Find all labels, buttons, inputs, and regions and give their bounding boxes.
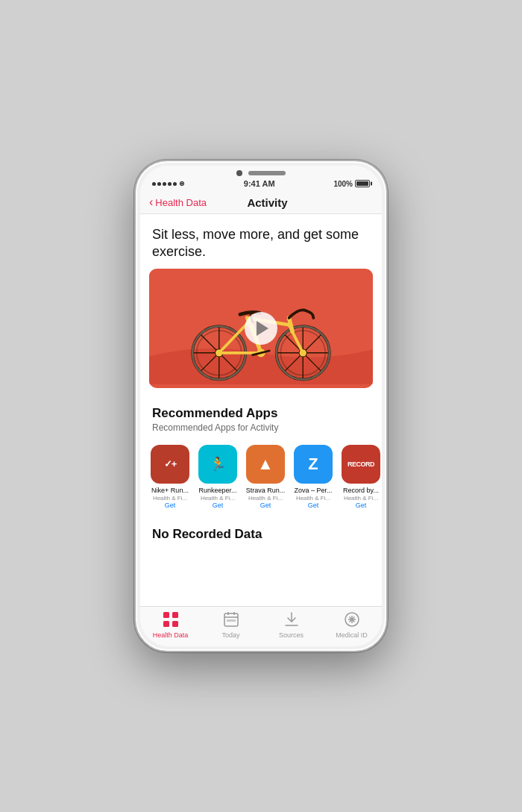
recommended-apps-title: Recommended Apps [140,400,382,422]
today-label: Today [221,631,239,639]
back-button[interactable]: ‹ Health Data [149,196,207,209]
status-time: 9:41 AM [244,179,275,188]
app-name-runkeeper: Runkeeper... [198,487,236,495]
app-get-strava[interactable]: Get [260,502,271,509]
apps-row: ✓+ Nike+ Run... Health & Fi... Get 🏃 Run… [140,440,382,521]
battery-icon [355,180,370,187]
tab-bar: Health Data Today [140,606,382,646]
recommended-apps-subtitle: Recommended Apps for Activity [140,422,382,440]
app-category-runkeeper: Health & Fi... [201,495,235,502]
runkeeper-app-icon: 🏃 [198,445,237,484]
signal-dots [152,182,177,186]
front-camera [236,170,242,176]
health-data-icon [163,611,179,630]
app-category-nike: Health & Fi... [153,495,187,502]
app-get-runkeeper[interactable]: Get [213,502,224,509]
status-left: ⊛ [152,180,185,187]
svg-rect-29 [163,612,169,618]
tagline-text: Sit less, move more, and get some exerci… [140,214,382,269]
sources-label: Sources [279,631,304,639]
medical-id-label: Medical ID [336,631,368,639]
app-item-strava[interactable]: ▲ Strava Run... Health & Fi... Get [245,445,286,509]
app-item-zova[interactable]: Z Zova – Per... Health & Fi... Get [292,445,334,509]
play-icon [257,321,268,336]
app-get-zova[interactable]: Get [308,502,319,509]
signal-dot-1 [152,182,156,186]
battery-percent: 100% [333,180,353,188]
wifi-icon: ⊛ [179,180,185,187]
app-category-zova: Health & Fi... [296,495,330,502]
status-right: 100% [333,180,370,188]
svg-rect-32 [172,621,178,627]
tab-sources[interactable]: Sources [261,611,321,639]
medical-id-icon [344,611,360,630]
page-title: Activity [207,196,328,209]
signal-dot-5 [173,182,177,186]
app-item-record[interactable]: RECORD Record by... Health & Fi... Get [340,445,382,509]
play-button[interactable] [245,312,277,345]
phone-top: ⊛ 9:41 AM 100% [140,166,382,191]
svg-rect-38 [230,619,233,622]
svg-rect-31 [163,621,169,627]
app-name-nike: Nike+ Run... [151,487,189,495]
record-app-icon: RECORD [342,445,380,484]
app-category-strava: Health & Fi... [248,495,283,502]
app-item-nike[interactable]: ✓+ Nike+ Run... Health & Fi... Get [149,445,191,509]
phone-screen: ⊛ 9:41 AM 100% ‹ Health Data Acti [140,166,382,646]
svg-rect-39 [233,619,236,622]
app-get-nike[interactable]: Get [165,502,176,509]
signal-dot-2 [157,182,161,186]
health-data-label: Health Data [153,631,189,639]
phone-frame: ⊛ 9:41 AM 100% ‹ Health Data Acti [134,160,388,652]
zova-app-icon: Z [294,445,333,484]
tab-today[interactable]: Today [201,611,261,639]
tab-medical-id[interactable]: Medical ID [321,611,382,639]
signal-dot-3 [163,182,166,186]
svg-rect-30 [172,612,178,618]
nike-app-icon: ✓+ [151,445,189,484]
app-item-runkeeper[interactable]: 🏃 Runkeeper... Health & Fi... Get [197,445,239,509]
no-recorded-data: No Recorded Data [140,521,382,548]
tab-health-data[interactable]: Health Data [140,611,201,639]
app-name-zova: Zova – Per... [294,487,332,495]
speaker [248,171,286,175]
today-icon [223,611,239,630]
nav-bar: ‹ Health Data Activity [140,191,382,214]
app-name-record: Record by... [343,487,379,495]
app-get-record[interactable]: Get [356,502,367,509]
chevron-left-icon: ‹ [149,196,153,209]
back-label: Health Data [155,197,207,208]
status-bar: ⊛ 9:41 AM 100% [152,178,370,191]
camera-area [236,170,286,176]
video-thumbnail[interactable] [149,269,373,388]
app-category-record: Health & Fi... [344,495,378,502]
svg-rect-37 [227,619,230,622]
app-name-strava: Strava Run... [246,487,286,495]
signal-dot-4 [168,182,172,186]
sources-icon [283,611,300,630]
strava-app-icon: ▲ [246,445,285,484]
content-area: Sit less, move more, and get some exerci… [140,214,382,606]
